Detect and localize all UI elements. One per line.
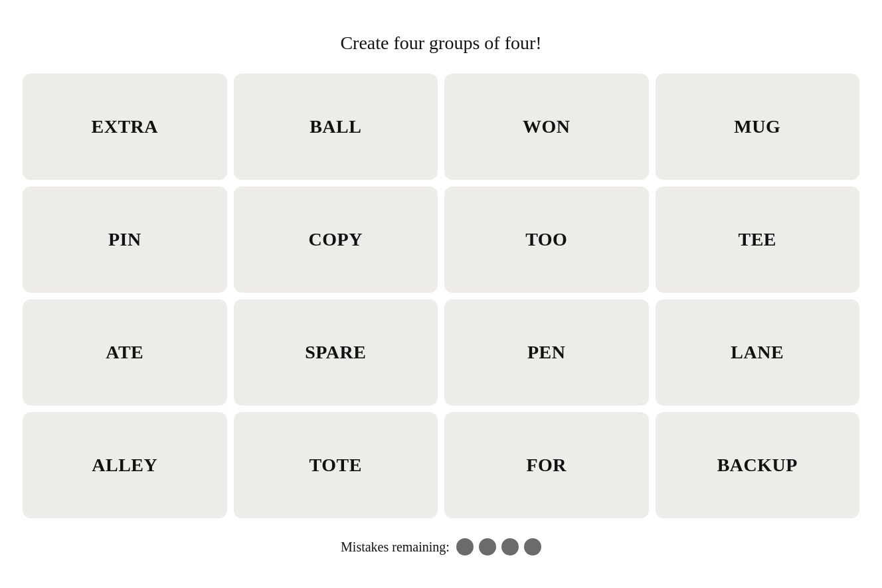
card-extra[interactable]: EXTRA (23, 74, 227, 180)
card-backup[interactable]: BACKUP (656, 412, 860, 518)
mistake-dot-3 (501, 538, 519, 555)
card-label-ate: ATE (106, 342, 143, 363)
card-alley[interactable]: ALLEY (23, 412, 227, 518)
card-pen[interactable]: PEN (444, 299, 649, 405)
card-label-backup: BACKUP (717, 455, 798, 476)
card-too[interactable]: TOO (444, 186, 649, 293)
card-copy[interactable]: COPY (234, 186, 438, 293)
card-label-tote: TOTE (309, 455, 362, 476)
mistake-dot-4 (524, 538, 541, 555)
card-label-won: WON (523, 116, 571, 137)
card-tote[interactable]: TOTE (234, 412, 438, 518)
mistakes-remaining: Mistakes remaining: (341, 538, 541, 555)
card-label-pen: PEN (527, 342, 566, 363)
card-label-extra: EXTRA (91, 116, 158, 137)
card-spare[interactable]: SPARE (234, 299, 438, 405)
card-label-lane: LANE (731, 342, 784, 363)
card-label-copy: COPY (309, 229, 363, 250)
card-won[interactable]: WON (444, 74, 649, 180)
card-for[interactable]: FOR (444, 412, 649, 518)
card-label-mug: MUG (734, 116, 780, 137)
card-label-pin: PIN (108, 229, 141, 250)
mistakes-dots (456, 538, 541, 555)
mistake-dot-1 (456, 538, 474, 555)
card-label-for: FOR (526, 455, 567, 476)
card-label-ball: BALL (309, 116, 361, 137)
card-label-too: TOO (525, 229, 567, 250)
card-lane[interactable]: LANE (656, 299, 860, 405)
card-mug[interactable]: MUG (656, 74, 860, 180)
page-title: Create four groups of four! (340, 33, 541, 54)
card-ate[interactable]: ATE (23, 299, 227, 405)
card-label-spare: SPARE (305, 342, 366, 363)
mistakes-label: Mistakes remaining: (341, 540, 450, 555)
card-ball[interactable]: BALL (234, 74, 438, 180)
card-pin[interactable]: PIN (23, 186, 227, 293)
card-tee[interactable]: TEE (656, 186, 860, 293)
mistake-dot-2 (479, 538, 496, 555)
card-label-tee: TEE (738, 229, 776, 250)
word-grid: EXTRABALLWONMUGPINCOPYTOOTEEATESPAREPENL… (23, 74, 859, 518)
card-label-alley: ALLEY (92, 455, 157, 476)
